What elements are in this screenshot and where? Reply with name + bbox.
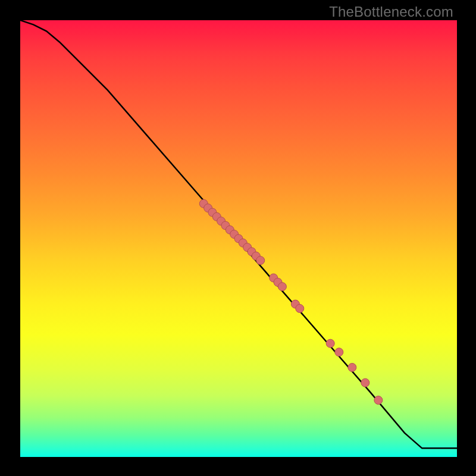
scatter-point	[361, 378, 369, 387]
scatter-point	[256, 256, 265, 265]
scatter-point	[335, 348, 343, 356]
chart-overlay	[20, 20, 457, 457]
scatter-point	[348, 364, 356, 372]
scatter-point	[296, 304, 304, 312]
chart-root: TheBottleneck.com	[0, 0, 476, 476]
watermark-text: TheBottleneck.com	[329, 4, 453, 20]
scatter-point	[374, 396, 383, 405]
scatter-point	[278, 283, 286, 291]
scatter-point	[326, 339, 334, 347]
